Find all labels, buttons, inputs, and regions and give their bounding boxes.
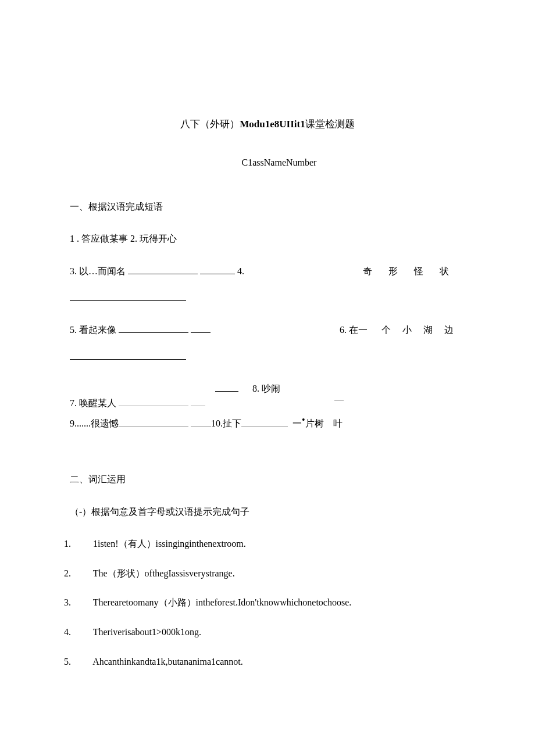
item-number: 3. [76,595,91,610]
fill-blank[interactable] [215,382,238,392]
s2-q1: 1. 1isten!（有人）issinginginthenextroom. [70,536,465,551]
title-bold: Modu1e8UIIit1 [240,119,305,130]
s1-row-3-4: 3. 以…而闻名 4. 奇形怪状 [70,264,465,279]
fill-blank[interactable] [70,350,186,360]
s1-q6: 6. 在一 个小湖边 [340,323,465,338]
s2-q2-text: The（形状）ofthegIassisverystrange. [93,568,235,578]
s1-q7-label: 7. 唤醒某人 [70,398,116,408]
title-suffix: 课堂检测题 [305,119,355,130]
fill-blank[interactable] [119,323,188,333]
s1-q7: 7. 唤醒某人 [70,396,205,411]
s1-q3-label: 3. 以…而闻名 [70,266,126,276]
section-2-header: 二、词汇运用 [70,472,465,487]
s1-q10-text-a: 一 [293,416,302,431]
s1-row-7-8: 8. 吵闹 7. 唤醒某人 — [70,381,465,416]
fill-blank[interactable] [191,323,211,333]
title-prefix: 八下（外研） [180,119,240,130]
s1-q5: 5. 看起来像 [70,323,211,338]
s2-q1-text: 1isten!（有人）issinginginthenextroom. [93,539,246,549]
s1-q4-blank-row [70,291,465,306]
s1-q6-label: 6. 在一 [340,325,368,335]
section-2-subheader: （-）根据句意及首字母或汉语提示完成句子 [70,504,465,519]
fill-blank[interactable] [241,417,288,427]
item-number: 5. [76,654,91,669]
s1-q5-label: 5. 看起来像 [70,325,116,335]
s2-q3-text: Therearetoomany（小路）intheforest.Idon'tkno… [93,597,352,607]
s1-q10-text-b: 片树 [305,416,324,431]
s1-q3: 3. 以…而闻名 4. [70,264,244,279]
s2-q4-text: Theriverisabout1>000k1ong. [93,627,201,637]
s2-q5: 5. Ahcanthinkandta1k,butananima1cannot. [70,654,465,669]
fill-blank[interactable] [191,417,211,427]
s1-row-9-10: 9.......很遗憾 10.扯下 一 • 片树 叶 [70,416,465,431]
s1-q4-num: 4. [237,266,244,276]
fill-blank[interactable] [191,396,205,406]
fill-blank[interactable] [70,291,186,301]
page-title: 八下（外研）Modu1e8UIIit1课堂检测题 [70,116,465,132]
s2-q4: 4. Theriverisabout1>000k1ong. [70,625,465,640]
class-name-number: C1assNameNumber [70,155,465,170]
s2-q2: 2. The（形状）ofthegIassisverystrange. [70,566,465,581]
fill-blank[interactable] [128,264,198,274]
fill-blank[interactable] [200,264,235,274]
s1-row-5-6: 5. 看起来像 6. 在一 个小湖边 [70,323,465,338]
fill-blank[interactable] [119,396,188,406]
s1-q10-text-c: 叶 [333,416,343,431]
item-number: 4. [76,625,91,640]
s2-q5-text: Ahcanthinkandta1k,butananima1cannot. [92,657,243,667]
s2-q3: 3. Therearetoomany（小路）intheforest.Idon't… [70,595,465,610]
dash-mark: — [334,392,344,407]
s1-row-1-2: 1 . 答应做某事 2. 玩得开心 [70,231,465,246]
s1-q10-label: 10.扯下 [211,416,241,431]
s1-q6-text: 个小湖边 [381,325,465,335]
item-number: 1. [76,536,91,551]
s1-q9-label: 9.......很遗憾 [70,416,119,431]
s1-q6-blank-row [70,349,465,364]
s1-q8-label: 8. 吵闹 [252,384,280,393]
s1-q4-text: 奇形怪状 [363,264,465,279]
fill-blank[interactable] [119,417,188,427]
worksheet-page: 八下（外研）Modu1e8UIIit1课堂检测题 C1assNameNumber… [0,0,535,741]
item-number: 2. [76,566,91,581]
s1-q8: 8. 吵闹 [215,381,280,396]
section-1-header: 一、根据汉语完成短语 [70,199,465,214]
